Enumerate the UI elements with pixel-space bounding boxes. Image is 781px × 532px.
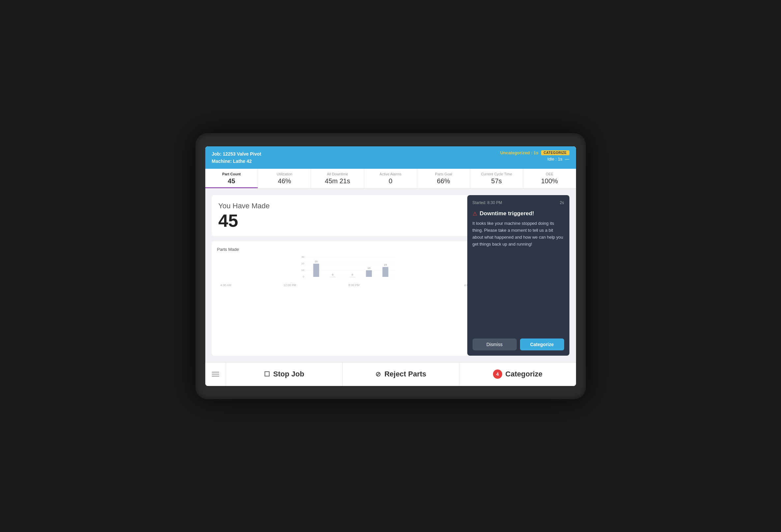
categorize-count-badge: 4 (493, 369, 502, 379)
stat-utilization[interactable]: Utilization 46% (258, 169, 311, 188)
stop-job-icon: ☐ (264, 370, 270, 378)
popup-timer: 2s (560, 200, 564, 205)
svg-rect-16 (382, 267, 388, 277)
svg-text:0: 0 (332, 273, 333, 276)
categorize-label: Categorize (505, 370, 542, 378)
categorize-button[interactable]: 4 Categorize (459, 363, 576, 386)
main-content: You Have Made 45 Parts Made ? 30 20 10 (205, 189, 576, 362)
stat-part-count-value: 45 (208, 177, 255, 185)
svg-text:10: 10 (367, 267, 370, 270)
dismiss-button[interactable]: Dismiss (472, 338, 517, 351)
chart-area: 30 20 10 0 20 (217, 254, 479, 287)
stop-job-label: Stop Job (273, 370, 304, 378)
stat-part-count-label: Part Count (208, 172, 255, 176)
hamburger-line-1 (212, 372, 219, 372)
left-panel: You Have Made 45 Parts Made ? 30 20 10 (212, 195, 484, 355)
made-count: 45 (218, 212, 477, 230)
svg-rect-10 (330, 277, 335, 277)
stat-parts-goal-value: 66% (420, 177, 467, 185)
stat-all-downtime[interactable]: All Downtime 45m 21s (311, 169, 364, 188)
bottom-toolbar: ☐ Stop Job ⊘ Reject Parts 4 Categorize (205, 362, 576, 386)
svg-text:10: 10 (301, 269, 304, 272)
chart-x-labels: 4:30 AM 12:00 PM 8:00 PM 4:00 AM (217, 283, 479, 287)
idle-row: Idle : 1s — (547, 157, 569, 162)
reject-parts-label: Reject Parts (384, 370, 426, 378)
job-title: Job: 12253 Valve Pivot (212, 150, 261, 158)
chart-header: Parts Made ? (217, 247, 479, 252)
reject-parts-icon: ⊘ (375, 370, 381, 378)
tablet-frame: Job: 12253 Valve Pivot Machine: Lathe 42… (195, 133, 586, 399)
hamburger-icon (212, 372, 219, 376)
hamburger-line-2 (212, 374, 219, 374)
svg-text:0: 0 (352, 273, 353, 276)
uncategorized-label: Uncategorized : 1s (500, 150, 538, 155)
menu-button[interactable] (205, 363, 226, 386)
stop-job-button[interactable]: ☐ Stop Job (226, 363, 343, 386)
stat-active-alarms-value: 0 (367, 177, 414, 185)
stat-cycle-time[interactable]: Current Cycle Time 57s (470, 169, 523, 188)
svg-text:20: 20 (315, 260, 318, 263)
svg-text:0: 0 (303, 275, 304, 278)
made-label: You Have Made (218, 202, 477, 210)
idle-dash: — (565, 157, 569, 162)
popup-actions: Dismiss Categorize (472, 338, 564, 351)
stat-all-downtime-label: All Downtime (314, 172, 361, 176)
chart-label-2: 12:00 PM (283, 283, 296, 287)
warning-icon: ⚠ (472, 211, 477, 217)
chart-title: Parts Made (217, 247, 239, 252)
stat-oee[interactable]: OEE 100% (523, 169, 576, 188)
popup-started: Started: 8:30 PM (472, 200, 502, 205)
chart-label-3: 8:00 PM (348, 283, 360, 287)
chart-section: Parts Made ? 30 20 10 0 (212, 241, 484, 355)
stat-cycle-time-label: Current Cycle Time (473, 172, 520, 176)
svg-text:30: 30 (301, 255, 304, 258)
categorize-popup-button[interactable]: Categorize (520, 338, 564, 351)
made-section: You Have Made 45 (212, 195, 484, 236)
machine-title: Machine: Lathe 42 (212, 158, 261, 165)
popup-body: It looks like your machine stopped doing… (472, 220, 564, 333)
svg-rect-8 (313, 264, 319, 277)
popup-title: Downtime triggered! (480, 210, 534, 217)
stat-oee-label: OEE (526, 172, 573, 176)
stat-parts-goal[interactable]: Parts Goal 66% (417, 169, 470, 188)
tablet-screen: Job: 12253 Valve Pivot Machine: Lathe 42… (205, 146, 576, 386)
parts-made-chart: 30 20 10 0 20 (217, 254, 479, 281)
hamburger-line-3 (212, 376, 219, 376)
popup-topbar: Started: 8:30 PM 2s (472, 200, 564, 205)
categorize-badge[interactable]: CATEGORIZE (541, 150, 569, 155)
svg-text:15: 15 (384, 263, 387, 266)
svg-rect-14 (366, 270, 372, 277)
uncategorized-row: Uncategorized : 1s CATEGORIZE (500, 150, 569, 155)
stat-part-count[interactable]: Part Count 45 (205, 169, 258, 188)
reject-parts-button[interactable]: ⊘ Reject Parts (343, 363, 459, 386)
svg-rect-12 (349, 277, 355, 277)
stat-active-alarms[interactable]: Active Alarms 0 (364, 169, 417, 188)
popup-title-row: ⚠ Downtime triggered! (472, 210, 564, 217)
stat-all-downtime-value: 45m 21s (314, 177, 361, 185)
header: Job: 12253 Valve Pivot Machine: Lathe 42… (205, 146, 576, 169)
stat-utilization-label: Utilization (261, 172, 308, 176)
stat-active-alarms-label: Active Alarms (367, 172, 414, 176)
chart-label-1: 4:30 AM (220, 283, 231, 287)
stat-oee-value: 100% (526, 177, 573, 185)
downtime-popup: Started: 8:30 PM 2s ⚠ Downtime triggered… (467, 195, 569, 355)
idle-label: Idle : 1s (547, 157, 563, 162)
stat-parts-goal-label: Parts Goal (420, 172, 467, 176)
stat-utilization-value: 46% (261, 177, 308, 185)
stats-bar: Part Count 45 Utilization 46% All Downti… (205, 169, 576, 189)
svg-text:20: 20 (301, 262, 304, 265)
stat-cycle-time-value: 57s (473, 177, 520, 185)
header-right: Uncategorized : 1s CATEGORIZE Idle : 1s … (500, 150, 569, 162)
header-left: Job: 12253 Valve Pivot Machine: Lathe 42 (212, 150, 261, 165)
